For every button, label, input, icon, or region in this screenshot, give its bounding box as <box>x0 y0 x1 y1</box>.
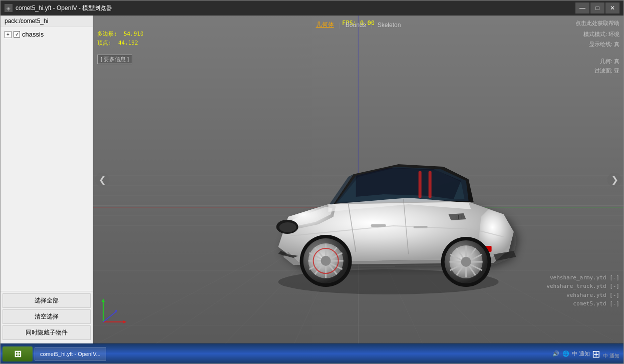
viewport[interactable]: .grid-line { stroke: #aaa; stroke-width:… <box>93 16 623 343</box>
window-title: comet5_hi.yft - OpenIV - 模型浏览器 <box>16 4 575 13</box>
nav-arrow-left[interactable]: ❮ <box>95 173 109 187</box>
taskbar: ⊞ comet5_hi.yft - OpenIV... 🔊 🌐 中 通知 ⊞ 中… <box>1 343 623 363</box>
taskbar-app-item[interactable]: comet5_hi.yft - OpenIV... <box>35 347 106 361</box>
start-button[interactable]: ⊞ <box>3 346 33 361</box>
sidebar: pack:/comet5_hi + ✓ chassis 选择全部 清空选择 同时… <box>1 16 93 343</box>
tray-notification[interactable]: 中 通知 <box>572 350 590 357</box>
app-icon: ◈ <box>5 4 13 12</box>
svg-rect-50 <box>418 171 421 198</box>
tree-expand-icon[interactable]: + <box>5 31 12 38</box>
close-button[interactable]: ✕ <box>605 3 619 14</box>
sidebar-tree: + ✓ chassis <box>1 27 93 291</box>
main-window: ◈ comet5_hi.yft - OpenIV - 模型浏览器 — □ ✕ p… <box>0 0 624 364</box>
car-svg <box>248 117 538 297</box>
title-bar: ◈ comet5_hi.yft - OpenIV - 模型浏览器 — □ ✕ <box>1 1 623 16</box>
tree-item-chassis[interactable]: + ✓ chassis <box>1 29 93 40</box>
taskbar-item-label: comet5_hi.yft - OpenIV... <box>40 351 101 357</box>
main-layout: pack:/comet5_hi + ✓ chassis 选择全部 清空选择 同时… <box>1 16 623 343</box>
maximize-button[interactable]: □ <box>590 3 604 14</box>
window-controls: — □ ✕ <box>575 3 619 14</box>
minimize-button[interactable]: — <box>575 3 589 14</box>
select-all-button[interactable]: 选择全部 <box>3 293 91 308</box>
nav-arrow-right[interactable]: ❯ <box>607 173 621 187</box>
taskbar-time: ⊞ 中 通知 <box>592 348 621 360</box>
clear-selection-button[interactable]: 清空选择 <box>3 309 91 324</box>
tree-label-chassis: chassis <box>22 31 44 38</box>
sidebar-bottom: 选择全部 清空选择 同时隐藏子物件 <box>1 291 93 343</box>
svg-rect-51 <box>428 171 431 198</box>
more-info-button[interactable]: [ 要多信息 ] <box>97 55 132 64</box>
tray-icon-sound[interactable]: 🔊 <box>552 350 560 358</box>
svg-point-36 <box>321 256 331 266</box>
tree-checkbox-chassis[interactable]: ✓ <box>14 31 20 38</box>
car-model <box>248 117 538 297</box>
pack-label: pack:/comet5_hi <box>1 16 93 27</box>
svg-point-25 <box>279 222 296 232</box>
svg-point-47 <box>461 257 471 267</box>
help-text[interactable]: 点击此处获取帮助 <box>575 20 619 27</box>
tray-icon-network[interactable]: 🌐 <box>562 350 570 358</box>
hide-children-button[interactable]: 同时隐藏子物件 <box>3 325 91 340</box>
taskbar-tray: 🔊 🌐 中 通知 ⊞ 中 通知 <box>552 348 621 360</box>
